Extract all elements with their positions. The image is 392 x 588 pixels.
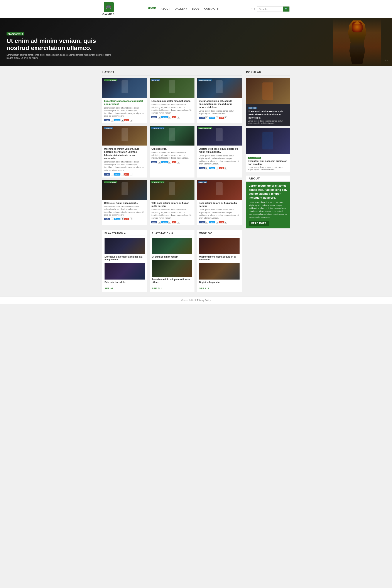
tweet-btn[interactable]: Tweet <box>161 161 168 163</box>
article-tag: XBOX 360 <box>151 79 160 81</box>
char-figure <box>169 80 175 93</box>
gplus-count: 0 <box>224 221 227 224</box>
like-btn[interactable]: f Like <box>104 218 110 220</box>
gplus-btn[interactable]: g+1 <box>172 221 176 223</box>
gplus-btn[interactable]: g+1 <box>219 167 224 169</box>
cat-title-ps3: PLAYSTATION 3 <box>152 232 192 236</box>
article-desc: Lorem ipsum dolor sit amet conse ctetur … <box>104 205 145 216</box>
article-tag: PLAYSTATION 4 <box>198 127 212 129</box>
like-count: 1 <box>111 217 113 220</box>
article-title: Dolore eu fugiat nulla pariatu. <box>104 201 145 204</box>
article-card: PLAYSTATION 4 Excepteur sint occaecat cu… <box>102 78 147 123</box>
tweet-count: 5 <box>216 116 218 119</box>
tweet-count: 1 <box>121 217 124 220</box>
article-title: Velit esse cillum dolore eu fugiat nulla… <box>151 201 192 208</box>
gplus-btn[interactable]: g+1 <box>172 116 176 118</box>
twitter-icon[interactable]: t <box>254 7 255 11</box>
like-count: 1 <box>205 167 208 170</box>
see-all-xbox[interactable]: SEE ALL <box>199 286 240 290</box>
see-all-ps3[interactable]: SEE ALL <box>152 286 192 290</box>
popular-card-body: PLAYSTATION 4 Excepteur sint occaecat cu… <box>246 154 290 173</box>
article-image: XBOX 360 <box>102 126 147 146</box>
like-btn[interactable]: f Like <box>199 117 205 119</box>
cat-image <box>104 238 145 254</box>
search-button[interactable]: 🔍 <box>283 6 290 11</box>
like-count: 1 <box>205 221 208 224</box>
article-card: XBOX 360 Esse cillum dolore eu fugiat nu… <box>197 180 242 225</box>
gplus-btn[interactable]: g+1 <box>124 173 129 176</box>
popular-title: POPULAR <box>246 70 290 75</box>
tweet-btn[interactable]: Tweet <box>161 116 168 118</box>
gplus-btn[interactable]: g+1 <box>172 161 176 163</box>
nav-gallery[interactable]: GALLERY <box>175 7 187 11</box>
char-figure <box>216 80 222 93</box>
cat-card-title: Reprehenderit in voluptate velit esse ci… <box>152 278 192 284</box>
like-btn[interactable]: f Like <box>199 167 205 169</box>
gplus-btn[interactable]: g+1 <box>124 218 129 220</box>
nav-contacts[interactable]: CONTACTS <box>204 7 219 11</box>
social-bar: f Like1 Tweet1 g+10 <box>151 116 192 119</box>
cat-image <box>152 238 192 254</box>
article-desc: Lorem ipsum dolor sit amet conse ctetur … <box>151 208 192 219</box>
like-count: 1 <box>158 221 160 224</box>
nav-home[interactable]: HOME <box>148 7 156 11</box>
tweet-btn[interactable]: Tweet <box>114 173 120 176</box>
cat-title-ps4: PLAYSTATION 4 <box>104 232 145 236</box>
tweet-count: 1 <box>168 116 171 119</box>
about-title: ABOUT <box>246 176 290 182</box>
article-desc: Lorem ipsum dolor sit amet conse ctetur … <box>151 151 192 160</box>
category-ps4: PLAYSTATION 4 Excepteur sint occaecat cu… <box>102 230 147 292</box>
see-all-ps4[interactable]: SEE ALL <box>104 286 145 290</box>
article-card: PLAYSTATION 4 Dolore eu fugiat nulla par… <box>102 180 147 225</box>
tweet-btn[interactable]: Tweet <box>114 119 120 121</box>
tweet-count: 5 <box>216 167 218 170</box>
gplus-btn[interactable]: g+1 <box>124 119 129 121</box>
article-tag: XBOX 360 <box>198 182 207 183</box>
nav-blog[interactable]: BLOG <box>192 7 200 11</box>
hero-prev-arrow[interactable]: ‹ <box>385 58 386 62</box>
like-btn[interactable]: f Like <box>104 119 110 121</box>
gplus-btn[interactable]: g+1 <box>219 221 224 223</box>
article-image: PLAYSTATION 3 <box>197 78 242 98</box>
social-icons: f t <box>252 7 255 11</box>
article-image: PLAYSTATION 4 <box>102 180 147 200</box>
gplus-btn[interactable]: g+1 <box>219 117 224 119</box>
like-count: 1 <box>111 173 113 176</box>
social-bar: f Like1 Tweet1 g+10 <box>104 119 145 122</box>
social-bar: f Like1 Tweet5 g+10 <box>199 221 240 224</box>
article-desc: Lorem ipsum dolor sit amet conse ctetur … <box>199 208 240 219</box>
article-title: Esse cillum dolore eu fugiat nulla paria… <box>199 201 240 208</box>
cat-image <box>104 263 145 280</box>
tweet-count: 5 <box>216 221 218 224</box>
latest-section: LATEST PLAYSTATION 4 Excepteur sint occa… <box>102 70 242 225</box>
article-desc: Lorem ipsum dolor sit amet conse ctetur … <box>199 155 240 165</box>
tweet-btn[interactable]: Tweet <box>161 221 168 223</box>
popular-card-image <box>246 128 290 154</box>
privacy-policy-link[interactable]: Privacy Policy <box>197 299 210 302</box>
facebook-icon[interactable]: f <box>252 7 252 11</box>
like-btn[interactable]: f Like <box>104 173 110 176</box>
read-more-button[interactable]: READ MORE <box>249 221 269 226</box>
article-title: Quis nostrud. <box>151 147 192 150</box>
hero-next-arrow[interactable]: › <box>386 58 388 62</box>
like-btn[interactable]: f Like <box>151 221 157 223</box>
like-count: 1 <box>111 119 113 122</box>
social-bar: f Like1 Tweet5 g+10 <box>199 116 240 119</box>
category-sections: PLAYSTATION 4 Excepteur sint occaecat cu… <box>102 230 242 292</box>
like-btn[interactable]: f Like <box>151 116 157 118</box>
tweet-btn[interactable]: Tweet <box>209 117 215 119</box>
article-image: XBOX 360 <box>197 180 242 200</box>
tweet-btn[interactable]: Tweet <box>209 167 215 169</box>
tweet-btn[interactable]: Tweet <box>209 221 215 223</box>
like-btn[interactable]: f Like <box>199 221 205 223</box>
gplus-count: 0 <box>224 167 227 170</box>
nav-about[interactable]: ABOUT <box>160 7 170 11</box>
search-input[interactable] <box>257 7 283 11</box>
about-box: ABOUT Lorem ipsum dolor sit amet conse c… <box>246 176 290 228</box>
tweet-btn[interactable]: Tweet <box>114 218 120 220</box>
gplus-count: 1 <box>130 173 132 176</box>
like-btn[interactable]: f Like <box>151 161 157 163</box>
article-tag: PLAYSTATION 4 <box>104 79 117 81</box>
article-title: Ctetur adipisicing elit, sed do eiusmod … <box>199 99 240 109</box>
popular-card-title: Excepteur sint occaecat cupidatat non pr… <box>248 160 288 166</box>
